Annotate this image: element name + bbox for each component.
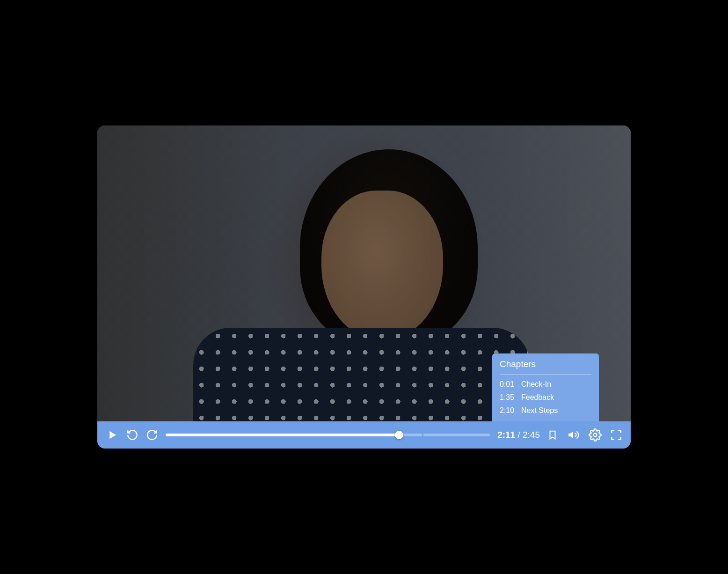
volume-button[interactable] [566,429,580,441]
svg-point-0 [594,434,597,437]
progress-bar[interactable] [166,434,490,436]
chapter-item[interactable]: 1:35 Feedback [500,393,591,402]
settings-button[interactable] [589,428,602,442]
time-display: 2:11 / 2:45 [497,430,540,440]
chapter-label: Next Steps [521,406,558,415]
chapter-label: Check-In [521,380,551,389]
rewind-icon [126,429,138,441]
rewind-button[interactable] [126,429,138,441]
bookmark-button[interactable] [547,429,558,441]
chapters-popup: Chapters 0:01 Check-In 1:35 Feedback 2:1… [492,353,599,421]
play-icon [106,428,119,442]
gear-icon [589,428,602,442]
progress-fill [166,434,399,436]
video-frame[interactable]: Chapters 0:01 Check-In 1:35 Feedback 2:1… [97,125,631,421]
chapter-time: 1:35 [500,393,517,402]
forward-button[interactable] [146,429,158,441]
bookmark-icon [547,429,558,441]
volume-icon [566,429,580,441]
chapters-title: Chapters [500,359,591,375]
chapter-marker [422,433,423,437]
chapter-item[interactable]: 0:01 Check-In [500,380,591,389]
fullscreen-button[interactable] [610,429,622,441]
control-bar: 2:11 / 2:45 [97,421,631,449]
chapter-label: Feedback [521,393,554,402]
forward-icon [146,429,158,441]
chapter-item[interactable]: 2:10 Next Steps [500,406,591,415]
progress-thumb[interactable] [395,431,403,439]
chapter-time: 0:01 [500,380,517,389]
current-time: 2:11 [497,430,515,440]
play-button[interactable] [106,428,119,442]
chapter-time: 2:10 [500,406,517,415]
fullscreen-icon [610,429,622,441]
video-player: Chapters 0:01 Check-In 1:35 Feedback 2:1… [97,125,631,449]
duration: 2:45 [523,430,540,440]
